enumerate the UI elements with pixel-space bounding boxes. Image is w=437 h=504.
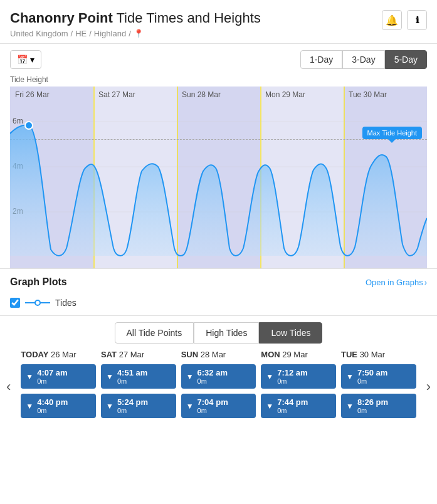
tide-entry[interactable]: ▼ 7:12 am 0m bbox=[261, 364, 336, 389]
tide-entry[interactable]: ▼ 4:51 am 0m bbox=[101, 364, 176, 389]
tide-entry[interactable]: ▼ 7:04 pm 0m bbox=[181, 394, 256, 418]
tide-entry[interactable]: ▼ 7:50 am 0m bbox=[341, 364, 416, 389]
tide-entry[interactable]: ▼ 4:07 am 0m bbox=[21, 364, 96, 389]
legend-row: Tides bbox=[10, 295, 427, 310]
tide-column-sun: SUN 28 Mar ▼ 6:32 am 0m ▼ 7:04 pm 0m bbox=[179, 350, 259, 423]
svg-point-5 bbox=[35, 300, 40, 305]
tides-legend-line-icon bbox=[25, 298, 50, 307]
down-arrow-icon: ▼ bbox=[106, 402, 113, 411]
calendar-button[interactable]: 📅 ▾ bbox=[10, 50, 41, 69]
page-title: Chanonry Point Tide Times and Heights bbox=[10, 10, 427, 26]
info-icon: ℹ bbox=[416, 15, 419, 25]
open-in-graphs-link[interactable]: Open in Graphs › bbox=[366, 278, 427, 287]
tab-all-tide-points[interactable]: All Tide Points bbox=[115, 322, 194, 344]
tide-entry[interactable]: ▼ 5:24 pm 0m bbox=[101, 394, 176, 418]
tide-column-tue: TUE 30 Mar ▼ 7:50 am 0m ▼ 8:26 pm 0m bbox=[339, 350, 419, 423]
location-pin-icon: 📍 bbox=[134, 29, 144, 38]
toolbar: 📅 ▾ 1-Day 3-Day 5-Day bbox=[0, 44, 437, 75]
tide-entry[interactable]: ▼ 8:26 pm 0m bbox=[341, 394, 416, 418]
tide-entry[interactable]: ▼ 4:40 pm 0m bbox=[21, 394, 96, 418]
tide-entry[interactable]: ▼ 7:44 pm 0m bbox=[261, 394, 336, 418]
svg-point-3 bbox=[25, 122, 33, 129]
tides-legend-label: Tides bbox=[55, 298, 76, 308]
tide-column-today: TODAY 26 Mar ▼ 4:07 am 0m ▼ 4:40 pm 0m bbox=[18, 350, 98, 423]
calendar-icon: 📅 bbox=[17, 55, 28, 65]
bell-icon-btn[interactable]: 🔔 bbox=[382, 10, 402, 30]
day-1-button[interactable]: 1-Day bbox=[300, 50, 342, 69]
calendar-dropdown-icon: ▾ bbox=[30, 55, 34, 65]
down-arrow-icon: ▼ bbox=[266, 402, 273, 411]
bell-icon: 🔔 bbox=[386, 14, 398, 26]
down-arrow-icon: ▼ bbox=[106, 372, 113, 381]
page-header: 🔔 ℹ Chanonry Point Tide Times and Height… bbox=[0, 0, 437, 44]
tides-checkbox[interactable] bbox=[10, 298, 20, 308]
down-arrow-icon: ▼ bbox=[346, 402, 354, 411]
down-arrow-icon: ▼ bbox=[186, 372, 194, 381]
prev-arrow[interactable]: ‹ bbox=[1, 376, 16, 397]
tide-columns: TODAY 26 Mar ▼ 4:07 am 0m ▼ 4:40 pm 0m bbox=[16, 350, 421, 423]
down-arrow-icon: ▼ bbox=[266, 372, 273, 381]
tide-chart: Fri 26 Mar Sat 27 Mar Sun 28 Mar Mon 29 … bbox=[10, 87, 427, 268]
tide-height-label: Tide Height bbox=[10, 75, 427, 84]
day-3-button[interactable]: 3-Day bbox=[342, 50, 384, 69]
info-icon-btn[interactable]: ℹ bbox=[407, 10, 427, 30]
next-arrow[interactable]: › bbox=[421, 376, 436, 397]
day-selector: 1-Day 3-Day 5-Day bbox=[300, 50, 427, 69]
graph-plots-section: Graph Plots Open in Graphs › Tides bbox=[0, 268, 437, 315]
tide-tabs: All Tide Points High Tides Low Tides bbox=[0, 322, 437, 344]
tab-low-tides[interactable]: Low Tides bbox=[259, 322, 322, 344]
down-arrow-icon: ▼ bbox=[26, 372, 33, 381]
day-5-button[interactable]: 5-Day bbox=[385, 50, 427, 69]
down-arrow-icon: ▼ bbox=[346, 372, 354, 381]
breadcrumb: United Kingdom / HE / Highland / 📍 bbox=[10, 29, 427, 38]
tab-high-tides[interactable]: High Tides bbox=[194, 322, 259, 344]
tide-column-sat: SAT 27 Mar ▼ 4:51 am 0m ▼ 5:24 pm 0m bbox=[98, 350, 179, 423]
tide-chart-svg bbox=[10, 87, 427, 268]
graph-plots-title: Graph Plots bbox=[10, 276, 67, 288]
down-arrow-icon: ▼ bbox=[186, 402, 194, 411]
down-arrow-icon: ▼ bbox=[26, 402, 33, 411]
tide-entry[interactable]: ▼ 6:32 am 0m bbox=[181, 364, 256, 389]
tide-column-mon: MON 29 Mar ▼ 7:12 am 0m ▼ 7:44 pm 0m bbox=[258, 350, 339, 423]
bottom-section: All Tide Points High Tides Low Tides ‹ T… bbox=[0, 315, 437, 423]
chart-area: Tide Height Fri 26 Mar Sat 27 Mar Sun 28… bbox=[0, 75, 437, 268]
